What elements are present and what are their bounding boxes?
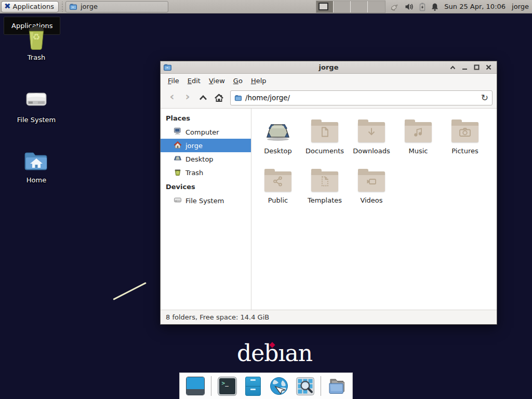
file-label: Downloads <box>353 147 390 155</box>
desktop-icon-label: Home <box>26 176 46 184</box>
menu-bar: FileEditViewGoHelp <box>161 74 497 87</box>
home-button[interactable] <box>211 90 226 105</box>
dock-file-manager-icon[interactable] <box>243 376 263 396</box>
back-button[interactable]: ‹ <box>165 90 179 105</box>
dock-web-browser-icon[interactable] <box>269 376 289 396</box>
taskbar-window-label: jorge <box>81 3 98 10</box>
sidebar: PlacesComputerjorgeDesktop♻TrashDevicesF… <box>161 109 251 310</box>
xfce-logo-icon: ✖ <box>4 3 11 10</box>
sidebar-item-label: Computer <box>185 128 219 136</box>
desktop-icon-label: File System <box>17 116 56 124</box>
camera-icon <box>451 116 479 142</box>
sidebar-item-label: Trash <box>185 169 203 177</box>
drive-icon <box>174 196 182 206</box>
file-label: Pictures <box>451 147 478 155</box>
desktop-special-icon <box>264 116 292 142</box>
file-icon-documents[interactable]: Documents <box>301 114 348 163</box>
path-folder-icon <box>234 94 242 102</box>
menu-edit[interactable]: Edit <box>183 75 205 87</box>
template-icon <box>311 166 339 192</box>
shade-button[interactable] <box>448 63 457 72</box>
sidebar-item-label: Desktop <box>185 155 214 163</box>
debian-logo: debıan <box>237 342 312 365</box>
dock-show-desktop-icon[interactable] <box>185 376 206 396</box>
desktop-icon-home[interactable]: Home <box>10 149 62 211</box>
file-icon-desktop[interactable]: Desktop <box>255 114 301 163</box>
trash-icon: ♻ <box>174 168 182 178</box>
workspace-1[interactable] <box>316 1 334 12</box>
forward-button[interactable]: › <box>180 90 195 105</box>
workspace-4[interactable] <box>368 1 385 12</box>
svg-text:♻: ♻ <box>176 171 179 175</box>
panel-username[interactable]: jorge <box>512 3 529 10</box>
sidebar-item-label: jorge <box>185 142 203 150</box>
menu-go[interactable]: Go <box>229 75 247 87</box>
system-tray <box>390 2 439 11</box>
up-button[interactable] <box>196 90 210 105</box>
sidebar-item-file-system[interactable]: File System <box>161 194 251 207</box>
workspace-3[interactable] <box>351 1 368 12</box>
file-icon-pictures[interactable]: Pictures <box>442 114 488 163</box>
dock-separator <box>321 376 321 396</box>
trash-icon: ♻ <box>23 24 49 51</box>
workspace-2[interactable] <box>334 1 351 12</box>
sidebar-header-places: Places <box>161 111 251 125</box>
window-title: jorge <box>161 63 497 71</box>
sidebar-item-computer[interactable]: Computer <box>161 125 251 139</box>
video-icon <box>357 166 385 192</box>
sidebar-item-desktop[interactable]: Desktop <box>161 152 251 166</box>
current-path[interactable]: /home/jorge/ <box>245 94 478 102</box>
dock-terminal-icon[interactable]: >_ <box>217 376 237 396</box>
dock-app-finder-icon[interactable] <box>295 376 315 396</box>
top-panel: ✖ Applications jorge <box>0 0 532 14</box>
desktop-icon-trash[interactable]: ♻Trash <box>10 24 62 86</box>
file-label: Videos <box>360 196 382 204</box>
computer-icon <box>174 127 182 137</box>
file-manager-window: jorge FileEditViewGoHelp ‹ › <box>160 61 497 325</box>
sidebar-item-trash[interactable]: ♻Trash <box>161 166 251 179</box>
file-icon-videos[interactable]: Videos <box>348 163 395 212</box>
applications-menu-button[interactable]: ✖ Applications <box>1 1 59 12</box>
window-title-folder-icon <box>163 63 172 72</box>
desktop-icon <box>174 154 182 164</box>
file-label: Desktop <box>264 147 292 155</box>
menu-file[interactable]: File <box>164 75 183 87</box>
panel-handle <box>60 2 64 12</box>
desktop-icon-file-system[interactable]: File System <box>10 86 62 149</box>
window-folder-icon <box>69 3 77 11</box>
volume-icon[interactable] <box>405 2 414 11</box>
window-body: PlacesComputerjorgeDesktop♻TrashDevicesF… <box>161 109 497 310</box>
maximize-button[interactable] <box>472 63 481 72</box>
workspace-pager <box>316 1 385 13</box>
file-icon-public[interactable]: Public <box>255 163 301 212</box>
file-icon-downloads[interactable]: Downloads <box>348 114 395 163</box>
network-cable-icon[interactable] <box>390 2 400 11</box>
home-icon <box>174 141 182 151</box>
download-icon <box>357 116 385 142</box>
bottom-dock: >_ <box>179 373 353 399</box>
minimize-button[interactable] <box>460 63 469 72</box>
svg-text:♻: ♻ <box>32 32 40 42</box>
file-icon-view[interactable]: DesktopDocumentsDownloadsMusicPicturesPu… <box>251 109 497 310</box>
menu-help[interactable]: Help <box>247 75 271 87</box>
file-label: Templates <box>308 196 342 204</box>
battery-icon[interactable] <box>419 2 426 11</box>
pager-mini-window <box>318 3 328 10</box>
sidebar-item-label: File System <box>185 197 224 205</box>
panel-clock[interactable]: Sun 25 Apr, 10:06 <box>444 3 506 10</box>
window-titlebar[interactable]: jorge <box>161 61 497 74</box>
desktop-icon-area: ♻TrashFile SystemHome <box>10 24 62 211</box>
close-button[interactable] <box>484 63 493 72</box>
sidebar-header-devices: Devices <box>161 179 251 194</box>
path-bar[interactable]: /home/jorge/ ↻ <box>230 90 493 105</box>
drive-icon <box>23 86 50 113</box>
music-icon <box>404 116 432 142</box>
sidebar-item-jorge[interactable]: jorge <box>161 139 251 152</box>
file-icon-music[interactable]: Music <box>395 114 442 163</box>
taskbar-window-button[interactable]: jorge <box>65 1 168 12</box>
file-icon-templates[interactable]: Templates <box>301 163 348 212</box>
dock-directory-menu-icon[interactable] <box>326 376 347 396</box>
notification-bell-icon[interactable] <box>431 2 439 11</box>
reload-icon[interactable]: ↻ <box>481 94 488 102</box>
menu-view[interactable]: View <box>205 75 229 87</box>
